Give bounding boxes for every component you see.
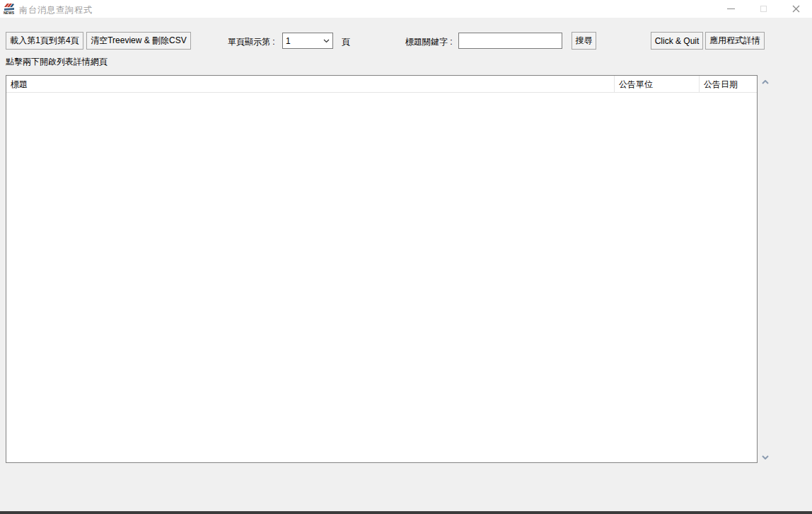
listview-body[interactable] <box>6 93 757 462</box>
minimize-icon <box>727 8 735 9</box>
window-title: 南台消息查詢程式 <box>19 4 93 16</box>
double-click-hint: 點擊兩下開啟列表詳情網頁 <box>6 56 108 68</box>
svg-text:NEWS: NEWS <box>4 11 15 15</box>
page-select-value: 1 <box>283 36 320 46</box>
scrollbar-down-button[interactable] <box>760 452 770 462</box>
minimize-button[interactable] <box>714 0 747 18</box>
page-suffix-label: 頁 <box>342 36 350 48</box>
column-header-date[interactable]: 公告日期 <box>700 76 757 93</box>
close-icon <box>792 5 800 13</box>
page-select-dropdown[interactable]: 1 <box>282 33 333 49</box>
news-listview[interactable]: 標題 公告單位 公告日期 <box>6 75 758 463</box>
scroll-down-icon <box>762 455 769 459</box>
chevron-down-icon <box>320 39 332 43</box>
column-header-unit[interactable]: 公告單位 <box>615 76 700 93</box>
app-details-button[interactable]: 應用程式詳情 <box>705 32 765 50</box>
scrollbar-up-button[interactable] <box>760 76 770 87</box>
maximize-icon <box>760 6 767 12</box>
scroll-up-icon <box>762 80 769 84</box>
search-button[interactable]: 搜尋 <box>572 32 596 50</box>
app-window: NEWS 南台消息查詢程式 載入第1頁到第4頁 清空Treeview & 刪除C… <box>0 0 812 514</box>
page-select-label: 單頁顯示第 : <box>228 36 275 48</box>
listview-header: 標題 公告單位 公告日期 <box>6 76 757 93</box>
column-header-title[interactable]: 標題 <box>6 76 615 93</box>
maximize-button <box>747 0 779 18</box>
vertical-scrollbar[interactable] <box>759 76 771 463</box>
screen-bottom-edge <box>0 511 812 514</box>
keyword-label: 標題關鍵字 : <box>405 36 453 48</box>
keyword-input[interactable] <box>458 33 562 49</box>
title-bar: NEWS 南台消息查詢程式 <box>0 0 812 18</box>
clear-treeview-button[interactable]: 清空Treeview & 刪除CSV <box>86 32 191 50</box>
click-quit-button[interactable]: Click & Quit <box>651 32 703 50</box>
load-pages-button[interactable]: 載入第1頁到第4頁 <box>6 32 83 50</box>
close-button[interactable] <box>779 0 812 18</box>
news-logo-icon: NEWS <box>4 3 15 15</box>
